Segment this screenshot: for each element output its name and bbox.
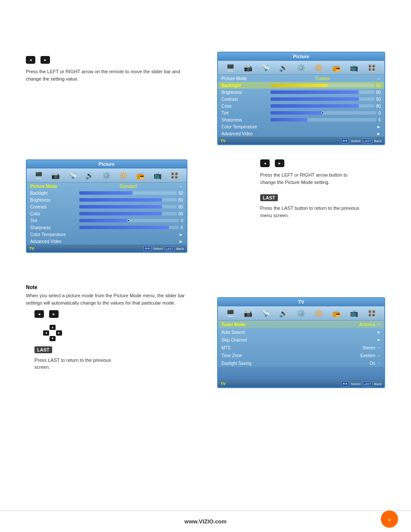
dpad-left[interactable]: ◄ xyxy=(43,330,49,336)
right-arrow-button-mid[interactable]: ► xyxy=(275,159,284,167)
icon-tv-tv: 🖥️ xyxy=(224,308,237,318)
note-label: Note xyxy=(26,284,190,290)
picture-mode-arrow-top: ↔ xyxy=(377,76,381,81)
tint-slider-mid[interactable] xyxy=(79,219,179,222)
footer-controls-mid: ⊕⊕ Select LAST Back xyxy=(143,246,184,251)
backlight-row-top: Backlight 50 xyxy=(218,82,384,89)
picture-menu-title-mid: Picture xyxy=(27,160,187,168)
last-description-bot: Press LAST to return to the previous scr… xyxy=(34,357,121,371)
tuner-mode-arrow: ↔ xyxy=(377,322,381,327)
mid-left-panel: Picture 🖥️ 📷 📡 🔊 ⚙️ 🔆 📻 📺 🎛️ Picture Mod… xyxy=(26,159,187,253)
menu-footer-mid: TV ⊕⊕ Select LAST Back xyxy=(27,245,187,252)
brightness-row-top: Brightness 80 xyxy=(218,89,384,96)
icon-sub3-mid: 📺 xyxy=(152,170,164,180)
icon-tv-top: 🖥️ xyxy=(224,62,237,73)
color-slider-mid[interactable] xyxy=(79,212,177,215)
tint-value-mid: 0 xyxy=(181,218,183,223)
sharpness-slider-mid[interactable] xyxy=(79,226,179,229)
last-description-mid: Press the LAST button to return to the p… xyxy=(260,205,364,219)
last-badge-mid: LAST xyxy=(260,194,278,201)
daylight-saving-arrow: ↔ xyxy=(377,361,381,365)
icon-settings-mid: ⚙️ xyxy=(100,170,112,180)
icon-camera-top: 📷 xyxy=(242,62,254,73)
tuner-mode-label: Tuner Mode xyxy=(221,322,273,327)
right-arrow-button[interactable]: ► xyxy=(40,56,50,64)
footer-nav-icon-tv: ⊕⊕ xyxy=(341,381,349,386)
advanced-video-label-mid: Advanced Video xyxy=(30,239,78,244)
picture-mode-row-mid: Picture Mode Standard ↔ xyxy=(27,183,187,190)
footer-controls-tv: ⊕⊕ Select LAST Back xyxy=(341,381,382,386)
contrast-label-mid: Contrast xyxy=(30,205,78,209)
footer-select-mid: Select xyxy=(153,247,162,251)
icon-satellite-mid: 📡 xyxy=(67,170,79,180)
color-value-mid: 80 xyxy=(178,212,183,216)
time-zone-label: Time Zone xyxy=(221,353,273,358)
color-slider-top[interactable] xyxy=(271,104,374,108)
footer-last-icon-top: LAST xyxy=(362,139,373,143)
brightness-slider-mid[interactable] xyxy=(79,198,177,202)
contrast-slider-top[interactable] xyxy=(271,97,374,101)
left-arrow-button[interactable]: ◄ xyxy=(26,56,35,64)
right-arrow-button-bot[interactable]: ► xyxy=(49,310,59,318)
advanced-video-row-top: Advanced Video ► xyxy=(218,130,384,137)
top-left-section: ◄ ► Press the LEFT or RIGHT arrow on the… xyxy=(26,56,190,82)
left-arrow-button-mid[interactable]: ◄ xyxy=(260,159,270,167)
contrast-row-mid: Contrast 80 xyxy=(27,203,187,210)
advanced-video-arrow-top: ► xyxy=(377,131,381,136)
tint-label-mid: Tint xyxy=(30,218,78,223)
brightness-value-top: 80 xyxy=(376,90,381,95)
footer-select-top: Select xyxy=(351,139,360,143)
icon-sub2-mid: 📻 xyxy=(134,170,146,180)
backlight-label-top: Backlight xyxy=(221,83,269,88)
picture-mode-label-mid: Picture Mode xyxy=(30,184,78,189)
tint-slider-top[interactable] xyxy=(271,111,377,115)
top-left-description: Press the LEFT or RIGHT arrow on the rem… xyxy=(26,68,190,82)
top-right-panel: Picture 🖥️ 📷 📡 🔊 ⚙️ 🔆 📻 📺 🎛️ Picture Mod… xyxy=(217,52,385,145)
contrast-slider-mid[interactable] xyxy=(79,205,177,208)
color-label-top: Color xyxy=(221,104,269,109)
backlight-slider-top[interactable] xyxy=(271,84,374,87)
time-zone-row: Time Zone Eastern ↔ xyxy=(218,352,384,359)
footer-back-mid: Back xyxy=(176,247,184,251)
last-badge-bot: LAST xyxy=(34,346,52,353)
footer-select-tv: Select xyxy=(351,382,360,386)
tint-row-top: Tint 0 xyxy=(218,109,384,116)
advanced-video-label-top: Advanced Video xyxy=(221,131,269,136)
color-value-top: 80 xyxy=(376,104,381,109)
footer-url: www.VIZIO.com xyxy=(184,518,227,525)
skip-channel-label: Skip Channel xyxy=(221,338,273,342)
icon-settings-tv: ⚙️ xyxy=(295,308,307,318)
footer-tv-label-mid: TV xyxy=(29,246,34,251)
sharpness-slider-top[interactable] xyxy=(271,118,377,121)
color-label-mid: Color xyxy=(30,212,78,216)
mid-right-description: Press the LEFT or RIGHT arrow button to … xyxy=(260,171,364,186)
brightness-label-mid: Brightness xyxy=(30,198,78,202)
icon-tv-mid: 🖥️ xyxy=(33,170,45,180)
left-arrow-button-bot[interactable]: ◄ xyxy=(34,310,44,318)
sharpness-label-top: Sharpness xyxy=(221,118,269,122)
dpad-right[interactable]: ► xyxy=(56,330,62,336)
mts-row: MTS Stereo ↔ xyxy=(218,344,384,352)
dpad-up[interactable]: ▲ xyxy=(50,325,56,330)
skip-channel-arrow: ► xyxy=(377,338,381,342)
icon-sub4-tv: 🎛️ xyxy=(366,308,378,318)
dpad-down[interactable]: ▼ xyxy=(50,336,56,341)
backlight-label-mid: Backlight xyxy=(30,191,78,196)
contrast-value-mid: 80 xyxy=(178,205,183,209)
icon-sub2-top: 📻 xyxy=(330,62,342,73)
picture-mode-label-top: Picture Mode xyxy=(221,76,269,81)
contrast-label-top: Contrast xyxy=(221,97,269,102)
icon-sub3-top: 📺 xyxy=(348,62,360,73)
backlight-row-mid: Backlight 50 xyxy=(27,190,187,196)
icon-sub1-top: 🔆 xyxy=(313,62,325,73)
icon-sub1-mid: 🔆 xyxy=(118,170,130,180)
time-zone-value: Eastern xyxy=(361,353,375,358)
icon-sub4-mid: 🎛️ xyxy=(168,170,181,180)
footer-back-top: Back xyxy=(374,139,382,143)
backlight-slider-mid[interactable] xyxy=(79,191,177,195)
sharpness-label-mid: Sharpness xyxy=(30,225,78,230)
footer-tv-label-tv: TV xyxy=(221,382,226,386)
icon-speaker-tv: 🔊 xyxy=(277,308,290,318)
bot-right-panel: TV 🖥️ 📷 📡 🔊 ⚙️ 🔆 📻 📺 🎛️ Tuner Mode Anten… xyxy=(217,297,385,388)
brightness-slider-top[interactable] xyxy=(271,90,374,94)
